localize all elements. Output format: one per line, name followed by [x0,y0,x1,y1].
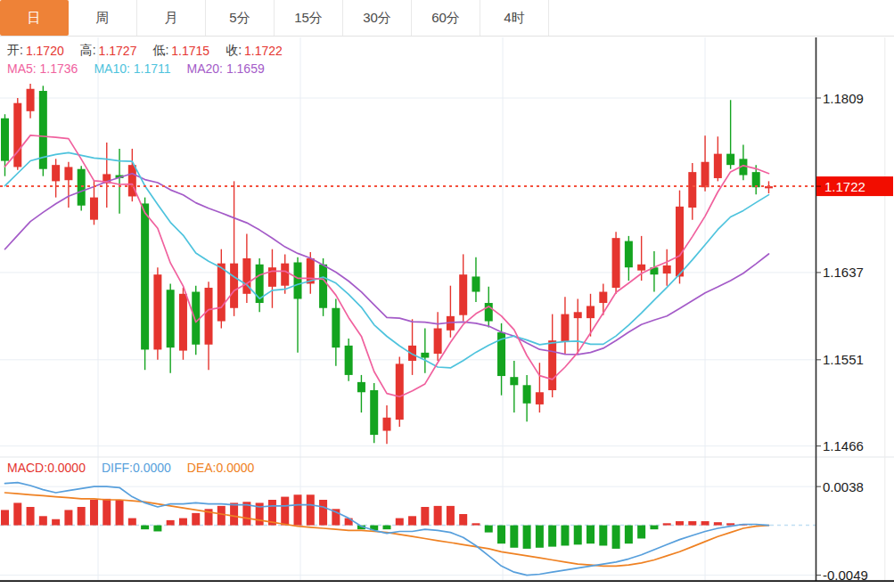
candle[interactable] [179,288,187,360]
candle[interactable] [586,294,595,337]
candle[interactable] [701,135,709,192]
candle-body [561,314,569,342]
candle[interactable] [650,251,658,292]
candle[interactable] [345,339,353,381]
candle[interactable] [676,191,684,284]
macd-bar [78,507,86,526]
candle[interactable] [332,298,340,365]
tab-30min[interactable]: 30分 [343,0,412,36]
macd-bar [421,507,429,526]
candle-body [90,198,98,220]
candle-body [64,167,72,180]
candle[interactable] [765,181,773,193]
macd-bar [27,507,35,526]
macd-value: 0.0000 [47,461,86,475]
macd-bar [103,499,111,526]
candle-body [434,329,442,354]
macd-bar [599,526,607,546]
candle[interactable] [230,181,238,315]
candle[interactable] [497,323,505,396]
candlestick-chart-canvas[interactable]: 1.18091.16371.15511.14660.0038-0.00491.1… [0,0,894,588]
tab-day[interactable]: 日 [0,0,69,36]
macd-bar [472,523,480,525]
candle[interactable] [357,375,365,412]
candle-body [357,382,365,392]
macd-bar [116,500,124,526]
tab-month[interactable]: 月 [137,0,206,36]
candle-body [1,118,9,161]
macd-bar [625,526,633,544]
candle-body [332,308,340,347]
candle[interactable] [256,258,264,312]
candle[interactable] [205,282,213,370]
candle[interactable] [78,166,86,210]
ma5-readout: MA5: 1.1736 [7,61,78,76]
tab-15min[interactable]: 15分 [275,0,343,36]
candle[interactable] [268,249,276,308]
candle[interactable] [548,314,556,397]
candle[interactable] [726,100,734,168]
tab-4hour[interactable]: 4时 [480,0,549,36]
candle[interactable] [421,329,429,373]
candle[interactable] [52,159,60,197]
candle[interactable] [396,356,404,427]
macd-bar [167,520,175,526]
candle[interactable] [370,383,378,443]
candle[interactable] [242,234,250,303]
macd-bar [510,526,518,548]
candle[interactable] [27,84,35,118]
candle[interactable] [574,298,582,353]
candle[interactable] [116,149,124,214]
candle[interactable] [459,254,467,321]
candle-body [612,238,620,288]
macd-bar [574,526,582,545]
candle-body [78,169,86,206]
ma5-value: 1.1736 [40,61,78,76]
candle[interactable] [599,283,607,314]
candle[interactable] [714,136,722,181]
candle[interactable] [408,319,416,375]
candle-body [345,346,353,375]
candle[interactable] [153,267,161,360]
tab-60min[interactable]: 60分 [412,0,480,36]
candle[interactable] [510,361,518,412]
candle[interactable] [625,236,633,281]
candle[interactable] [103,143,111,208]
candle[interactable] [447,286,455,338]
candle[interactable] [217,249,226,329]
macd-bar [612,526,620,549]
candle[interactable] [13,98,21,170]
candle[interactable] [688,163,696,220]
candle[interactable] [663,249,671,286]
candle[interactable] [382,405,390,444]
candle[interactable] [561,297,569,354]
candle[interactable] [472,257,480,302]
macd-panel [0,483,816,576]
candle[interactable] [141,198,149,371]
tab-5min[interactable]: 5分 [206,0,275,36]
candle-body [676,207,684,277]
low-label: 低: [152,43,168,59]
tab-week[interactable]: 周 [69,0,137,36]
macd-bar [688,521,696,526]
candle-body [294,262,302,298]
candle-body [167,290,175,347]
macd-bar [485,526,493,533]
dea-readout: DEA:0.0000 [187,461,255,475]
ma20-readout: MA20: 1.1659 [187,61,265,76]
candle[interactable] [434,312,442,361]
candle-body [548,340,556,390]
candle[interactable] [739,144,747,180]
candle-body [153,274,161,349]
candle[interactable] [523,375,531,421]
candle-body [688,172,696,208]
diff-value: 0.0000 [133,461,171,475]
low-value: 1.1715 [171,44,209,58]
macd-bar [586,526,595,544]
candle[interactable] [64,162,72,208]
macd-axis-label: 0.0038 [823,479,864,494]
candle[interactable] [612,232,620,293]
candle[interactable] [39,86,47,176]
macd-bar [141,526,149,530]
candle-body [205,288,213,345]
